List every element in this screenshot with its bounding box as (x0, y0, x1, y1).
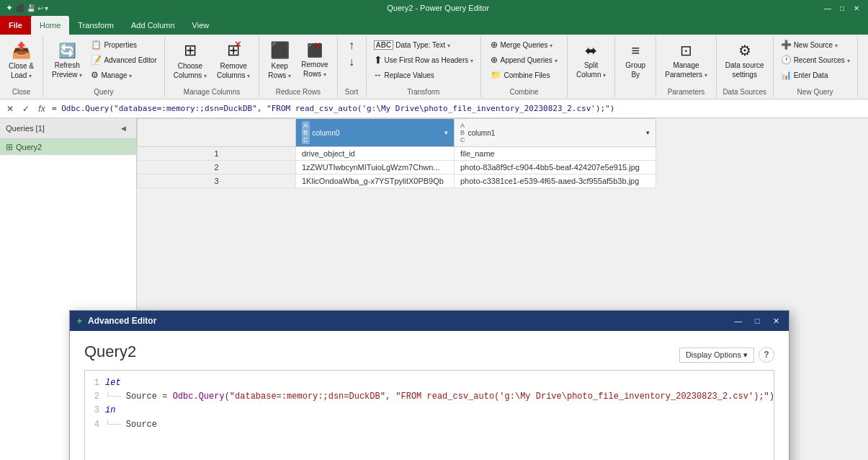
first-row-headers-button[interactable]: ⬆ Use First Row as Headers ▾ (371, 53, 476, 67)
recent-sources-icon: 🕐 (781, 55, 792, 65)
merge-queries-button[interactable]: ⊕ Merge Queries ▾ (488, 37, 560, 52)
table-row: 2 1zZWUTIwbcynMITuioLgWzm7Chwn... photo-… (138, 161, 656, 174)
row-num-1: 1 (138, 147, 296, 161)
minimize-btn[interactable]: — (822, 2, 833, 14)
col0-header[interactable]: ABC column0 ▾ (296, 119, 455, 147)
ribbon-group-reduce-rows-content: ⬛ KeepRows ▾ ⬛✕ RemoveRows ▾ (264, 37, 332, 87)
ribbon-group-new-query-content: ➕ New Source ▾ 🕐 Recent Sources ▾ 📊 Ente… (778, 37, 853, 87)
ribbon-group-new-query: ➕ New Source ▾ 🕐 Recent Sources ▾ 📊 Ente… (774, 36, 858, 97)
first-row-headers-icon: ⬆ (374, 54, 382, 66)
col1-type-icon: ABC (460, 122, 465, 143)
ribbon-group-data-sources-content: ⚙ Data sourcesettings (721, 37, 769, 87)
ribbon-group-close-content: 📤 Close &Load ▾ (4, 37, 38, 87)
code-editor[interactable]: 1 let 2 └── Source = Odbc.Query("databas… (84, 370, 774, 460)
keep-rows-button[interactable]: ⬛ KeepRows ▾ (264, 37, 295, 85)
col0-dropdown-icon[interactable]: ▾ (444, 129, 448, 136)
modal-close-btn[interactable]: ✕ (769, 314, 783, 328)
combine-files-button[interactable]: 📁 Combine Files (488, 68, 560, 82)
sort-buttons: ↑ ↓ (346, 37, 357, 70)
ribbon-group-query-label: Query (94, 88, 113, 96)
fx-label: fx (35, 102, 49, 116)
ribbon-group-close: 📤 Close &Load ▾ Close (0, 36, 43, 97)
datasource-settings-icon: ⚙ (738, 43, 751, 58)
modal-minimize-btn[interactable]: — (731, 314, 746, 328)
ribbon-group-groupby: ≡ GroupBy (615, 36, 656, 97)
manage-parameters-button[interactable]: ⊡ ManageParameters ▾ (661, 37, 711, 85)
close-btn[interactable]: ✕ (851, 2, 862, 14)
col1-header[interactable]: ABC column1 ▾ (455, 119, 656, 147)
replace-values-icon: ↔ (374, 70, 382, 80)
ribbon-group-reduce-rows-label: Reduce Rows (276, 88, 321, 96)
ribbon-group-close-label: Close (12, 88, 31, 96)
ribbon-group-data-sources-label: Data Sources (722, 88, 766, 96)
remove-rows-button[interactable]: ⬛✕ RemoveRows ▾ (297, 37, 332, 85)
ribbon-group-manage-cols-content: ⊞ ChooseColumns ▾ ⊞✕ RemoveColumns ▾ (169, 37, 255, 87)
row-num-3: 3 (138, 174, 296, 188)
ribbon-group-new-query-label: New Query (797, 88, 833, 96)
modal-maximize-btn[interactable]: □ (750, 314, 764, 328)
split-column-button[interactable]: ⬌ SplitColumn ▾ (572, 37, 610, 85)
manage-button[interactable]: ⚙ Manage ▾ (88, 68, 159, 82)
line-num-1: 1 (91, 376, 99, 390)
remove-columns-button[interactable]: ⊞✕ RemoveColumns ▾ (212, 37, 254, 85)
sidebar-item-query2[interactable]: ⊞ Query2 (0, 139, 136, 155)
modal-title-bar: ✦ Advanced Editor — □ ✕ (70, 311, 789, 331)
quick-access: ⬛ 💾 ↩ ▾ (16, 4, 48, 12)
enter-data-button[interactable]: 📊 Enter Data (778, 68, 853, 82)
ribbon-group-sort-content: ↑ ↓ (346, 37, 357, 87)
help-button[interactable]: ? (759, 347, 774, 363)
refresh-icon: 🔄 (58, 43, 76, 58)
sort-asc-button[interactable]: ↑ (346, 37, 357, 53)
sidebar-item-label: Query2 (16, 143, 42, 151)
ribbon-group-query-content: 🔄 RefreshPreview ▾ 📋 Properties 📝 Advanc… (48, 37, 160, 87)
tab-view[interactable]: View (184, 16, 218, 35)
merge-queries-icon: ⊕ (491, 40, 498, 50)
group-by-button[interactable]: ≡ GroupBy (619, 37, 651, 85)
formula-bar-buttons: ✕ ✓ fx (3, 102, 49, 116)
sidebar-collapse-btn[interactable]: ◀ (116, 121, 130, 136)
sort-desc-button[interactable]: ↓ (346, 54, 357, 70)
window-controls: — □ ✕ (822, 2, 862, 14)
close-load-button[interactable]: 📤 Close &Load ▾ (4, 37, 38, 85)
manage-parameters-icon: ⊡ (680, 43, 692, 58)
title-bar: ✦ ⬛ 💾 ↩ ▾ Query2 - Power Query Editor — … (0, 0, 868, 16)
code-text-3: in (105, 404, 115, 417)
manage-icon: ⚙ (91, 70, 99, 80)
keep-rows-icon: ⬛ (270, 43, 290, 58)
remove-rows-icon: ⬛✕ (307, 44, 323, 57)
cancel-formula-btn[interactable]: ✕ (3, 102, 17, 116)
code-line-1: 1 let (91, 376, 768, 390)
row3-col0: 1KlicOndoaWba_g-x7YSTpylitX0PB9Qb (296, 174, 455, 188)
tab-home[interactable]: Home (31, 16, 69, 35)
advanced-editor-button[interactable]: 📝 Advanced Editor (88, 53, 159, 67)
display-options-button[interactable]: Display Options ▾ (679, 348, 754, 363)
formula-input[interactable] (52, 104, 865, 113)
sort-asc-icon: ↑ (349, 39, 354, 52)
sidebar-header-label: Queries [1] (6, 124, 45, 133)
query-small-buttons: 📋 Properties 📝 Advanced Editor ⚙ Manage … (88, 37, 159, 82)
window-title: Query2 - Power Query Editor (54, 4, 822, 12)
maximize-btn[interactable]: □ (836, 2, 848, 14)
group-by-icon: ≡ (631, 43, 640, 58)
row2-col0: 1zZWUTIwbcynMITuioLgWzm7Chwn... (296, 161, 455, 174)
col1-name: column1 (468, 129, 496, 137)
choose-columns-button[interactable]: ⊞ ChooseColumns ▾ (169, 37, 211, 85)
refresh-preview-button[interactable]: 🔄 RefreshPreview ▾ (48, 37, 86, 85)
new-source-button[interactable]: ➕ New Source ▾ (778, 37, 853, 52)
tab-transform[interactable]: Transform (69, 16, 122, 35)
col1-dropdown-icon[interactable]: ▾ (646, 129, 650, 136)
ribbon-group-split: ⬌ SplitColumn ▾ (568, 36, 615, 97)
tab-file[interactable]: File (0, 16, 31, 35)
row-num-header (138, 119, 296, 147)
confirm-formula-btn[interactable]: ✓ (19, 102, 33, 116)
append-queries-icon: ⊕ (491, 55, 498, 65)
recent-sources-button[interactable]: 🕐 Recent Sources ▾ (778, 53, 853, 67)
split-column-icon: ⬌ (585, 43, 597, 58)
enter-data-icon: 📊 (781, 70, 792, 80)
data-type-button[interactable]: ABC Data Type: Text ▾ (371, 37, 476, 52)
tab-add-column[interactable]: Add Column (122, 16, 184, 35)
properties-button[interactable]: 📋 Properties (88, 37, 159, 52)
datasource-settings-button[interactable]: ⚙ Data sourcesettings (721, 37, 769, 85)
append-queries-button[interactable]: ⊕ Append Queries ▾ (488, 53, 560, 67)
replace-values-button[interactable]: ↔ Replace Values (371, 68, 476, 82)
